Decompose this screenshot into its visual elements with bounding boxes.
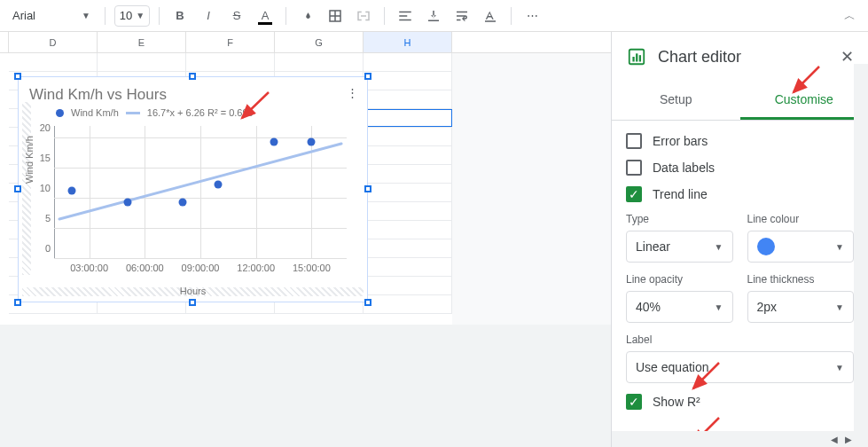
ytick: 0 bbox=[31, 243, 54, 254]
text-wrap-button[interactable] bbox=[450, 4, 473, 27]
strikethrough-button[interactable]: S bbox=[225, 4, 248, 27]
h-align-button[interactable] bbox=[394, 4, 417, 27]
column-header[interactable]: H bbox=[364, 32, 452, 52]
scrollbar[interactable] bbox=[854, 64, 868, 431]
resize-handle[interactable] bbox=[364, 73, 371, 80]
app-root: Arial ▼ 10 ▼ B I S A ⋯ ︿ D E bbox=[0, 0, 868, 447]
divider bbox=[285, 7, 286, 25]
checkbox-icon bbox=[626, 133, 642, 149]
color-swatch-icon bbox=[757, 238, 775, 255]
bold-button[interactable]: B bbox=[168, 4, 192, 27]
divider bbox=[105, 7, 106, 25]
checkbox-show-r2[interactable]: ✓ Show R² bbox=[626, 394, 854, 410]
active-cell[interactable] bbox=[364, 109, 452, 127]
column-header[interactable]: G bbox=[275, 32, 364, 52]
text-rotation-button[interactable] bbox=[479, 4, 502, 27]
checkbox-label: Data labels bbox=[653, 161, 715, 175]
checkbox-trend-line[interactable]: ✓ Trend line bbox=[626, 186, 854, 202]
tab-customise[interactable]: Customise bbox=[740, 82, 869, 120]
resize-handle[interactable] bbox=[14, 299, 21, 306]
fill-color-button[interactable] bbox=[295, 4, 318, 27]
ytick: 10 bbox=[31, 183, 54, 193]
column-header[interactable]: D bbox=[9, 32, 98, 52]
data-point bbox=[123, 199, 131, 207]
svg-rect-5 bbox=[639, 55, 641, 61]
svg-rect-3 bbox=[632, 57, 634, 62]
legend-trend-icon bbox=[126, 112, 140, 114]
resize-handle[interactable] bbox=[14, 73, 21, 80]
svg-rect-4 bbox=[636, 53, 637, 61]
ytick: 15 bbox=[31, 153, 54, 163]
data-point bbox=[67, 186, 75, 194]
field-label: Line opacity bbox=[626, 273, 733, 286]
spreadsheet[interactable]: D E F G H bbox=[0, 32, 611, 447]
ytick: 20 bbox=[31, 122, 54, 133]
column-headers: D E F G H bbox=[0, 32, 611, 53]
caret-down-icon: ▼ bbox=[715, 242, 723, 252]
chart-title[interactable]: Wind Km/h vs Hours bbox=[19, 77, 367, 106]
chart-object[interactable]: ⋮ Wind Km/h vs Hours Wind Km/h 16.7*x + … bbox=[18, 76, 368, 302]
sheet-empty-area bbox=[0, 325, 611, 447]
trend-label-select[interactable]: Use equation ▼ bbox=[626, 351, 854, 383]
data-point bbox=[179, 199, 187, 207]
resize-handle[interactable] bbox=[189, 73, 196, 80]
trend-line bbox=[54, 126, 347, 259]
resize-handle[interactable] bbox=[364, 185, 371, 192]
borders-button[interactable] bbox=[324, 4, 347, 27]
font-family-label: Arial bbox=[12, 9, 35, 22]
chart-x-axis-label: Hours bbox=[19, 286, 367, 296]
more-toolbar-button[interactable]: ⋯ bbox=[520, 4, 543, 27]
column-header[interactable]: E bbox=[98, 32, 186, 52]
select-value: Use equation bbox=[636, 360, 709, 374]
main: D E F G H bbox=[0, 32, 868, 447]
select-value: Linear bbox=[636, 239, 670, 254]
resize-handle[interactable] bbox=[14, 185, 21, 192]
line-opacity-select[interactable]: 40% ▼ bbox=[626, 291, 733, 323]
divider bbox=[159, 7, 160, 25]
caret-down-icon: ▼ bbox=[715, 302, 723, 312]
field-label: Type bbox=[626, 213, 733, 225]
collapse-toolbar-button[interactable]: ︿ bbox=[838, 4, 861, 27]
text-color-button[interactable]: A bbox=[254, 4, 277, 27]
xtick: 15:00:00 bbox=[293, 259, 331, 273]
resize-handle[interactable] bbox=[189, 299, 196, 306]
line-thickness-select[interactable]: 2px ▼ bbox=[747, 291, 855, 323]
caret-down-icon: ▼ bbox=[835, 302, 844, 312]
resize-handle[interactable] bbox=[364, 299, 371, 306]
line-colour-select[interactable]: ▼ bbox=[747, 231, 855, 263]
field-label: Line colour bbox=[747, 213, 855, 225]
caret-down-icon: ▼ bbox=[835, 242, 844, 252]
svg-line-0 bbox=[59, 144, 341, 219]
font-family-select[interactable]: Arial ▼ bbox=[7, 5, 96, 27]
caret-down-icon: ▼ bbox=[136, 11, 145, 20]
legend-trend-label: 16.7*x + 6.26 R² = 0.699 bbox=[147, 107, 254, 118]
font-size-select[interactable]: 10 ▼ bbox=[114, 5, 150, 27]
checkbox-data-labels[interactable]: Data labels bbox=[626, 160, 854, 176]
select-value: 40% bbox=[636, 300, 661, 314]
close-button[interactable]: ✕ bbox=[841, 47, 854, 67]
chart-menu-button[interactable]: ⋮ bbox=[342, 82, 362, 102]
chart-plot-area: 0 5 10 15 20 03:00:00 06:00:00 09:00:00 … bbox=[54, 126, 347, 259]
xtick: 09:00:00 bbox=[182, 259, 220, 273]
chart-editor-panel: Chart editor ✕ Setup Customise Error bar… bbox=[611, 32, 868, 447]
data-point bbox=[308, 138, 316, 146]
panel-header: Chart editor ✕ bbox=[612, 32, 868, 82]
legend-marker-icon bbox=[56, 109, 64, 117]
scroll-corner: ◀▶ bbox=[612, 431, 868, 447]
toolbar: Arial ▼ 10 ▼ B I S A ⋯ ︿ bbox=[0, 0, 868, 32]
checkbox-error-bars[interactable]: Error bars bbox=[626, 133, 854, 149]
v-align-button[interactable] bbox=[422, 4, 445, 27]
column-header[interactable]: F bbox=[186, 32, 275, 52]
trend-type-select[interactable]: Linear ▼ bbox=[626, 231, 733, 263]
xtick: 12:00:00 bbox=[237, 259, 275, 273]
italic-button[interactable]: I bbox=[197, 4, 220, 27]
legend-series-label: Wind Km/h bbox=[71, 107, 119, 118]
checkbox-icon: ✓ bbox=[626, 394, 642, 410]
font-size-label: 10 bbox=[120, 9, 132, 22]
checkbox-icon bbox=[626, 160, 642, 176]
tab-setup[interactable]: Setup bbox=[612, 82, 740, 120]
checkbox-label: Trend line bbox=[653, 187, 708, 201]
merge-cells-button[interactable] bbox=[352, 4, 375, 27]
caret-down-icon: ▼ bbox=[835, 363, 844, 372]
divider bbox=[384, 7, 385, 25]
